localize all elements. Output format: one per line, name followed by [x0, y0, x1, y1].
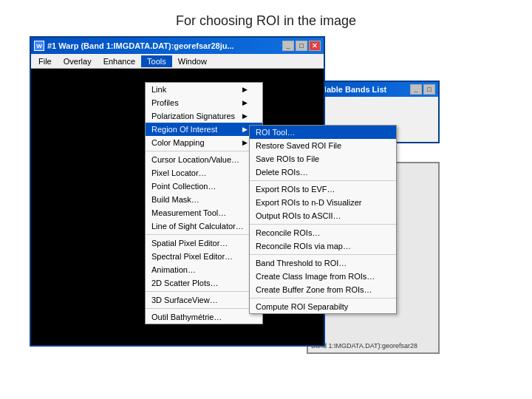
separator3	[146, 291, 262, 292]
roi-create-buffer[interactable]: Create Buffer Zone from ROIs…	[250, 283, 396, 296]
menu-cursor-location[interactable]: Cursor Location/Value…	[146, 153, 262, 166]
bands-controls: _ □	[410, 84, 435, 95]
roi-delete[interactable]: Delete ROIs…	[250, 166, 396, 179]
separator	[146, 151, 262, 151]
menu-window[interactable]: Window	[172, 55, 213, 67]
arrow-icon: ▶	[242, 99, 248, 106]
roi-export-nd[interactable]: Export ROIs to n-D Visualizer	[250, 196, 396, 209]
tools-dropdown: Link ▶ Profiles ▶ Polarization Signature…	[145, 82, 263, 324]
roi-export-evf[interactable]: Export ROIs to EVF…	[250, 183, 396, 196]
menu-pixel-locator[interactable]: Pixel Locator…	[146, 166, 262, 180]
window-icon: W	[34, 41, 44, 51]
menu-profiles[interactable]: Profiles ▶	[146, 96, 262, 109]
roi-create-class[interactable]: Create Class Image from ROIs…	[250, 270, 396, 283]
roi-restore[interactable]: Restore Saved ROI File	[250, 139, 396, 152]
roi-reconcile-map[interactable]: Reconcile ROIs via map…	[250, 239, 396, 253]
menu-roi[interactable]: Region Of Interest ▶	[146, 123, 262, 136]
roi-compute-separability[interactable]: Compute ROI Separabilty	[250, 300, 396, 313]
window-title: W #1 Warp (Band 1:IMGDATA.DAT):georefsar…	[34, 41, 234, 51]
separator-roi1	[250, 180, 396, 181]
menu-build-mask[interactable]: Build Mask…	[146, 193, 262, 206]
roi-tool[interactable]: ROI Tool…	[250, 126, 396, 139]
menu-tools[interactable]: Tools	[141, 55, 172, 67]
menu-measurement-tool[interactable]: Measurement Tool…	[146, 206, 262, 219]
maximize-button[interactable]: □	[296, 41, 307, 51]
bands-minimize[interactable]: _	[410, 84, 422, 95]
arrow-icon: ▶	[242, 126, 248, 133]
menubar: File Overlay Enhance Tools Window	[31, 54, 324, 69]
separator4	[146, 308, 262, 309]
menu-color-mapping[interactable]: Color Mapping ▶	[146, 136, 262, 149]
window-titlebar: W #1 Warp (Band 1:IMGDATA.DAT):georefsar…	[31, 38, 324, 54]
roi-submenu: ROI Tool… Restore Saved ROI File Save RO…	[249, 125, 397, 314]
page-title: For choosing ROI in the image	[0, 0, 532, 36]
roi-save[interactable]: Save ROIs to File	[250, 152, 396, 166]
separator-roi2	[250, 224, 396, 225]
arrow-icon: ▶	[242, 112, 248, 120]
separator-roi3	[250, 254, 396, 255]
menu-3d-surface[interactable]: 3D SurfaceView…	[146, 293, 262, 307]
menu-bathymetrie[interactable]: Outil Bathymétrie…	[146, 310, 262, 324]
arrow-icon: ▶	[242, 139, 248, 146]
menu-link[interactable]: Link ▶	[146, 83, 262, 96]
menu-polarization[interactable]: Polarization Signatures ▶	[146, 109, 262, 123]
menu-2d-scatter[interactable]: 2D Scatter Plots…	[146, 276, 262, 290]
separator2	[146, 234, 262, 235]
separator-roi4	[250, 298, 396, 299]
bands-maximize[interactable]: □	[423, 84, 435, 95]
menu-animation[interactable]: Animation…	[146, 263, 262, 276]
close-button[interactable]: ✕	[309, 41, 321, 51]
imgdata-footer: Band 1:IMGDATA.DAT):georefsar28	[311, 342, 417, 349]
roi-output-ascii[interactable]: Output ROIs to ASCII…	[250, 209, 396, 222]
menu-spectral-pixel[interactable]: Spectral Pixel Editor…	[146, 250, 262, 263]
minimize-button[interactable]: _	[282, 41, 294, 51]
roi-band-threshold[interactable]: Band Threshold to ROI…	[250, 256, 396, 270]
menu-overlay[interactable]: Overlay	[58, 55, 98, 67]
menu-line-of-sight[interactable]: Line of Sight Calculator…	[146, 219, 262, 233]
menu-point-collection[interactable]: Point Collection…	[146, 180, 262, 193]
menu-enhance[interactable]: Enhance	[98, 55, 141, 67]
roi-reconcile[interactable]: Reconcile ROIs…	[250, 226, 396, 239]
menu-file[interactable]: File	[33, 55, 58, 67]
menu-spatial-pixel[interactable]: Spatial Pixel Editor…	[146, 236, 262, 250]
arrow-icon: ▶	[242, 86, 248, 93]
window-controls: _ □ ✕	[282, 41, 321, 51]
